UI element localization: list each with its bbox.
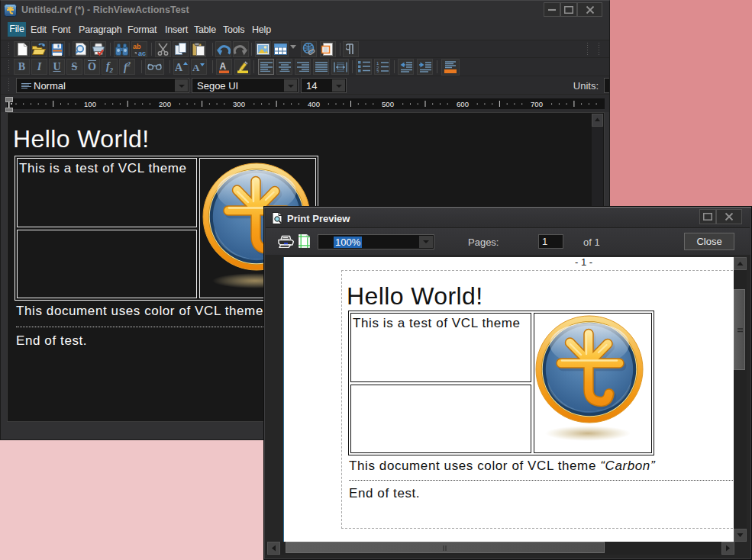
svg-text:A: A bbox=[175, 62, 183, 72]
svg-text:300: 300 bbox=[233, 100, 245, 108]
svg-text:200: 200 bbox=[159, 100, 171, 108]
svg-text:400: 400 bbox=[308, 100, 320, 108]
svg-text:700: 700 bbox=[531, 100, 543, 108]
svg-text:500: 500 bbox=[382, 100, 394, 108]
svg-text:A: A bbox=[192, 62, 200, 72]
svg-text:600: 600 bbox=[457, 100, 469, 108]
svg-text:100: 100 bbox=[84, 100, 96, 108]
svg-text:3: 3 bbox=[376, 69, 379, 73]
svg-text:ac: ac bbox=[138, 50, 146, 56]
svg-text:A: A bbox=[220, 61, 227, 72]
